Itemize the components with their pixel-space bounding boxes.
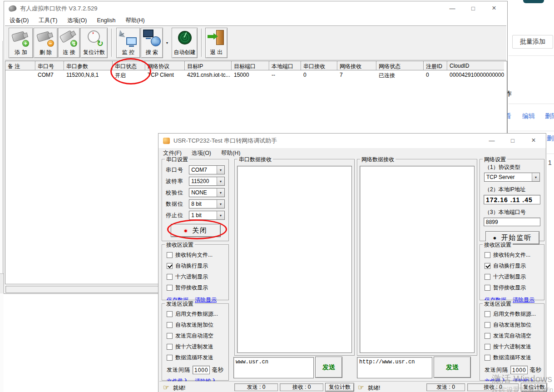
net-reset-count-button[interactable]: 复位计数 [521,383,547,392]
col-local-port[interactable]: 本地端口 [269,61,301,70]
delete-button[interactable]: − 删 除 [34,28,58,58]
serial-recv-textarea[interactable] [237,166,352,353]
close-button[interactable]: × [523,134,544,147]
pause-recv-checkbox[interactable]: 暂停接收显示 [167,284,228,292]
minimize-button[interactable]: — [442,1,463,15]
menu-tools[interactable]: 工具(T) [36,16,60,25]
recv-to-file-checkbox[interactable]: 接收转向文件... [485,251,544,259]
net-recv-textarea[interactable] [360,166,475,353]
interval-input[interactable]: 1000 [193,366,210,374]
loop-send-checkbox[interactable]: 数据流循环发送 [167,354,228,362]
clear-display-link[interactable]: 清除显示 [513,296,534,304]
delete-link[interactable]: 删除 [545,112,554,120]
close-button[interactable]: × [484,1,505,15]
batch-add-button[interactable]: 批量添加 [512,35,553,49]
col-net-rx[interactable]: 网络接收 [337,61,376,70]
group-title: 接收区设置 [483,241,513,249]
cell-local-port: -- [269,70,301,79]
hex-display-checkbox[interactable]: 十六进制显示 [485,273,544,281]
menu-options[interactable]: 选项(O) [189,149,214,158]
vcom-toolbar: + 添 加 − 删 除 ↯ 连 接 ↻ 复位计数 监 控 搜 索 [5,25,506,60]
maximize-button[interactable]: □ [502,134,523,147]
col-reg-id[interactable]: 注册ID [424,61,447,70]
col-net-state[interactable]: 网络状态 [376,61,424,70]
chevron-down-icon[interactable]: ▼ [217,166,224,174]
serial-send-input[interactable]: www.usr.cn [233,357,314,378]
local-ip-input[interactable]: 172.16 .11 .45 [484,195,540,204]
table-row[interactable]: COM7 115200,N,8,1 开启 TCP Client 4291.cns… [5,70,504,79]
search-button[interactable]: 搜 索 [141,28,163,58]
menu-help[interactable]: 帮助(H) [123,16,147,25]
col-cloud-id[interactable]: CloudID [447,61,504,70]
com-select[interactable]: COM7▼ [189,165,225,174]
col-protocol[interactable]: 网络协议 [145,61,185,70]
serial-send-button[interactable]: 发送 [315,357,342,378]
parity-label: 校验位 [166,189,189,197]
net-send-settings-group: 发送区设置 启用文件数据源... 自动发送附加位 发送完自动清空 按十六进制发送… [480,303,544,381]
menu-options[interactable]: 选项(O) [64,16,89,25]
clear-after-send-checkbox[interactable]: 发送完自动清空 [167,332,228,340]
baud-select[interactable]: 115200▼ [189,177,225,186]
vcom-titlebar[interactable]: 有人虚拟串口软件 V3.7.2.529 — □ × [4,1,507,15]
col-target-port[interactable]: 目标端口 [232,61,269,70]
connect-button[interactable]: ↯ 连 接 [58,28,80,58]
interval-label: 发送间隔 [167,366,190,374]
menu-device[interactable]: 设备(D) [7,16,31,25]
chevron-down-icon[interactable]: ▼ [217,189,224,197]
auto-create-button[interactable]: 自动创建 [172,28,198,58]
chevron-down-icon[interactable]: ▼ [217,211,224,219]
auto-wrap-checkbox[interactable]: 自动换行显示 [485,262,544,270]
loop-send-checkbox[interactable]: 数据流循环发送 [485,354,544,362]
serial-close-button[interactable]: ●关闭 [171,224,221,237]
menu-english[interactable]: English [94,16,118,25]
col-remark[interactable]: 备 注 [5,61,35,70]
proto-select[interactable]: TCP Server▼ [484,173,540,182]
hex-send-checkbox[interactable]: 按十六进制发送 [167,343,228,351]
databits-select[interactable]: 8 bit▼ [189,199,225,208]
col-com-state[interactable]: 串口状态 [113,61,145,70]
cell-net-rx: 7 [337,70,376,79]
exit-button[interactable]: 退 出 [205,28,228,58]
col-com-rx[interactable]: 串口接收 [301,61,337,70]
edit-link[interactable]: 编辑 [522,112,535,120]
recv-to-file-checkbox[interactable]: 接收转向文件... [167,251,228,259]
file-source-checkbox[interactable]: 启用文件数据源... [485,310,544,318]
net-send-count: 发送 : 0 [426,383,465,391]
clear-display-link[interactable]: 清除显示 [195,296,217,304]
search-dropdown-arrow[interactable]: ▼ [164,39,170,47]
net-send-input[interactable]: http://www.usr.cn [357,357,432,378]
group-title: 网络设置 [483,156,507,164]
pause-recv-checkbox[interactable]: 暂停接收显示 [485,284,544,292]
maximize-button[interactable]: □ [463,1,484,15]
auto-send-extra-checkbox[interactable]: 自动发送附加位 [167,321,228,329]
hex-send-checkbox[interactable]: 按十六进制发送 [485,343,544,351]
col-params[interactable]: 串口参数 [64,61,113,70]
port-label: （3）本地端口号 [485,208,544,216]
file-source-checkbox[interactable]: 启用文件数据源... [167,310,228,318]
minimize-button[interactable]: — [481,134,502,147]
chevron-down-icon[interactable]: ▼ [217,200,224,208]
monitor-button[interactable]: 监 控 [116,28,140,58]
listen-led-icon: ● [493,235,498,241]
delete-device-icon: − [36,29,56,48]
parity-select[interactable]: NONE▼ [189,188,225,197]
net-send-button[interactable]: 发送 [434,357,471,378]
group-title: 发送区设置 [165,300,195,308]
hex-display-checkbox[interactable]: 十六进制显示 [167,273,228,281]
add-button[interactable]: + 添 加 [9,28,33,58]
local-port-input[interactable]: 8899 [484,218,540,226]
chevron-down-icon[interactable]: ▼ [217,177,224,185]
divider [547,154,554,154]
delete-link-partial[interactable]: 删除 [547,134,554,143]
col-target-ip[interactable]: 目标IP [185,61,232,70]
auto-send-extra-checkbox[interactable]: 自动发送附加位 [485,321,544,329]
auto-wrap-checkbox[interactable]: 自动换行显示 [167,262,228,270]
tester-titlebar[interactable]: USR-TCP232-Test 串口转网络调试助手 — □ × [158,134,546,148]
reset-count-button[interactable]: ↻ 复位计数 [80,28,108,58]
interval-input[interactable]: 1000 [510,366,528,374]
serial-reset-count-button[interactable]: 复位计数 [325,383,354,392]
stopbits-select[interactable]: 1 bit▼ [189,211,225,220]
clear-after-send-checkbox[interactable]: 发送完自动清空 [485,332,544,340]
col-com[interactable]: 串口号 [35,61,64,70]
chevron-down-icon[interactable]: ▼ [532,173,539,181]
